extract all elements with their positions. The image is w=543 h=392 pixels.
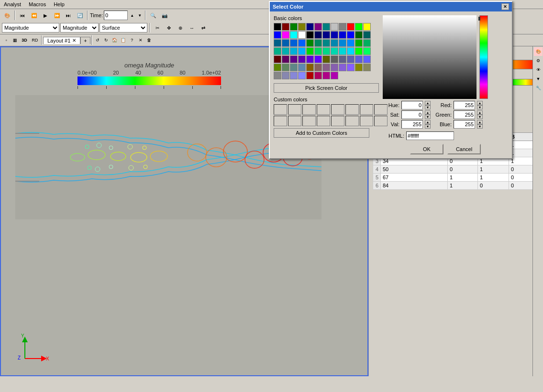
basic-color-cell-77[interactable] <box>314 72 322 79</box>
basic-color-cell-39[interactable] <box>298 47 306 55</box>
basic-color-cell-64[interactable] <box>306 64 314 71</box>
btn-prev[interactable]: ⏪ <box>29 10 39 21</box>
hue-up[interactable]: ▲ <box>425 101 431 105</box>
dialog-close-btn[interactable]: ✕ <box>501 3 509 10</box>
icon-colormap[interactable]: 🎨 <box>534 47 543 56</box>
cell-value-5[interactable]: 84 <box>381 182 448 190</box>
basic-color-cell-54[interactable] <box>322 55 330 63</box>
cell-g-3[interactable]: 1 <box>477 165 509 174</box>
red-up[interactable]: ▲ <box>477 101 483 105</box>
basic-color-cell-75[interactable] <box>298 72 306 79</box>
basic-color-cell-68[interactable] <box>339 64 346 71</box>
btn-t4[interactable]: ↔ <box>187 22 197 33</box>
btn-zoom[interactable]: 🔍 <box>148 10 158 21</box>
table-row-5[interactable]: 6 84 1 0 0 <box>373 182 539 190</box>
basic-color-cell-45[interactable] <box>347 47 355 55</box>
custom-color-cell-5[interactable] <box>345 104 359 115</box>
custom-color-cell-4[interactable] <box>331 104 344 115</box>
custom-color-cell-1[interactable] <box>288 104 301 115</box>
cell-r-4[interactable]: 1 <box>448 174 478 182</box>
basic-color-cell-23[interactable] <box>363 31 371 39</box>
basic-color-cell-0[interactable] <box>274 23 281 31</box>
basic-color-cell-47[interactable] <box>363 47 371 55</box>
menu-analyst[interactable]: Analyst <box>2 1 23 8</box>
basic-color-cell-56[interactable] <box>339 55 346 63</box>
val-dn[interactable]: ▼ <box>425 124 431 129</box>
basic-color-cell-41[interactable] <box>314 47 322 55</box>
add-custom-btn[interactable]: Add to Custom Colors <box>274 128 369 138</box>
basic-color-cell-58[interactable] <box>355 55 363 63</box>
basic-color-cell-16[interactable] <box>306 31 314 39</box>
basic-color-cell-52[interactable] <box>306 55 314 63</box>
basic-color-cell-62[interactable] <box>290 64 298 71</box>
basic-color-cell-55[interactable] <box>331 55 338 63</box>
basic-color-cell-63[interactable] <box>298 64 306 71</box>
tb-rd[interactable]: RD <box>30 36 40 44</box>
basic-color-cell-76[interactable] <box>306 72 314 79</box>
pick-screen-btn[interactable]: Pick Screen Color <box>274 83 379 93</box>
basic-color-cell-6[interactable] <box>322 23 330 31</box>
custom-color-cell-10[interactable] <box>302 116 316 126</box>
tb-i2[interactable]: ↻ <box>102 36 111 44</box>
tb-i1[interactable]: ↺ <box>93 36 102 44</box>
basic-color-cell-30[interactable] <box>322 39 330 47</box>
basic-color-cell-49[interactable] <box>282 55 289 63</box>
basic-color-cell-28[interactable] <box>306 39 314 47</box>
basic-color-cell-1[interactable] <box>282 23 289 31</box>
basic-color-cell-27[interactable] <box>298 39 306 47</box>
basic-color-cell-79[interactable] <box>331 72 338 79</box>
menu-macros[interactable]: Macros <box>27 1 48 8</box>
icon-settings[interactable]: ⚙ <box>534 56 543 65</box>
basic-color-cell-36[interactable] <box>274 47 281 55</box>
green-input[interactable] <box>454 110 475 119</box>
basic-color-cell-10[interactable] <box>355 23 363 31</box>
green-dn[interactable]: ▼ <box>477 115 483 119</box>
basic-color-cell-15[interactable] <box>298 31 306 39</box>
ok-button[interactable]: OK <box>410 144 443 154</box>
blue-dn[interactable]: ▼ <box>477 124 483 129</box>
cancel-button[interactable]: Cancel <box>447 144 481 154</box>
html-input[interactable] <box>406 131 454 140</box>
time-spin-up[interactable]: ▲ <box>129 10 135 21</box>
basic-color-cell-37[interactable] <box>282 47 289 55</box>
tb-s2[interactable]: ▦ <box>11 36 19 44</box>
btn-last[interactable]: ⏭ <box>63 10 74 21</box>
custom-color-cell-12[interactable] <box>331 116 344 126</box>
basic-color-cell-51[interactable] <box>298 55 306 63</box>
blue-input[interactable] <box>454 120 475 129</box>
basic-color-cell-12[interactable] <box>274 31 281 39</box>
basic-color-cell-38[interactable] <box>290 47 298 55</box>
btn-t1[interactable]: ✂ <box>152 22 163 33</box>
val-up[interactable]: ▲ <box>425 120 431 124</box>
basic-color-cell-8[interactable] <box>339 23 346 31</box>
cell-r-3[interactable]: 0 <box>448 165 478 174</box>
basic-color-cell-46[interactable] <box>355 47 363 55</box>
basic-color-cell-19[interactable] <box>331 31 338 39</box>
btn-next-frame[interactable]: ⏩ <box>52 10 62 21</box>
tb-i5[interactable]: ? <box>128 36 136 44</box>
basic-color-cell-26[interactable] <box>290 39 298 47</box>
basic-color-cell-29[interactable] <box>314 39 322 47</box>
basic-color-cell-17[interactable] <box>314 31 322 39</box>
select-type[interactable]: Magnitude <box>60 23 99 33</box>
select-filter[interactable]: Magnitude <box>2 23 59 33</box>
btn-rewind[interactable]: ⏮ <box>17 10 28 21</box>
basic-color-cell-61[interactable] <box>282 64 289 71</box>
basic-color-cell-25[interactable] <box>282 39 289 47</box>
basic-color-cell-44[interactable] <box>339 47 346 55</box>
tb-3d[interactable]: 3D <box>19 36 30 44</box>
custom-color-cell-14[interactable] <box>360 116 373 126</box>
toolbar-btn-1[interactable]: 🎨 <box>2 10 12 21</box>
basic-color-cell-70[interactable] <box>355 64 363 71</box>
blue-up[interactable]: ▲ <box>477 120 483 124</box>
icon-filter[interactable]: ▼ <box>534 75 543 83</box>
hue-input[interactable] <box>401 101 423 109</box>
tb-s1[interactable]: ▫ <box>2 36 11 44</box>
sat-up[interactable]: ▲ <box>425 110 431 115</box>
basic-color-cell-35[interactable] <box>363 39 371 47</box>
cell-g-4[interactable]: 1 <box>477 174 509 182</box>
basic-color-cell-31[interactable] <box>331 39 338 47</box>
spectrum-composite[interactable] <box>383 15 488 99</box>
basic-color-cell-22[interactable] <box>355 31 363 39</box>
basic-color-cell-24[interactable] <box>274 39 281 47</box>
